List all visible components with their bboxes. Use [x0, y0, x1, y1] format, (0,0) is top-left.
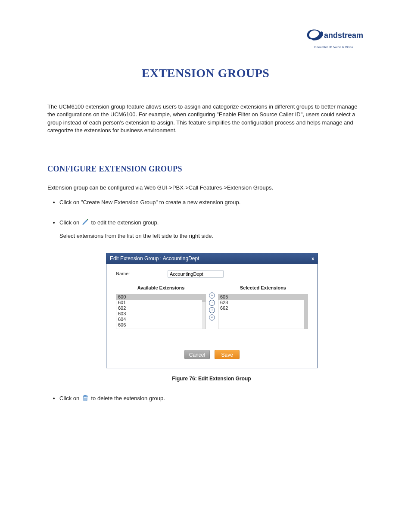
dialog: Edit Extension Group : AccountingDept x …	[106, 253, 318, 368]
move-all-left-icon[interactable]: «	[209, 314, 215, 320]
list-item: Click on "Create New Extension Group" to…	[59, 199, 364, 206]
transfer-arrows: » › ‹ «	[209, 292, 215, 320]
list-item[interactable]: 606	[116, 322, 206, 328]
dialog-header: Edit Extension Group : AccountingDept x	[106, 253, 318, 264]
available-header: Available Extensions	[116, 285, 206, 291]
figure-caption: Figure 76: Edit Extension Group	[106, 375, 317, 383]
close-icon[interactable]: x	[311, 255, 314, 262]
list-item[interactable]: 602	[116, 305, 206, 311]
intro-paragraph: The UCM6100 extension group feature allo…	[47, 103, 364, 134]
list-item[interactable]: 662	[218, 305, 308, 311]
section-heading: CONFIGURE EXTENSION GROUPS	[47, 164, 364, 174]
list-item-text: to delete the extension group.	[91, 395, 165, 401]
svg-point-1	[87, 219, 88, 220]
config-intro: Extension group can be configured via We…	[47, 184, 364, 192]
dialog-body: Name: Available Extensions 600 601	[106, 264, 318, 368]
name-field-row: Name:	[116, 270, 308, 278]
svg-text:andstream: andstream	[324, 31, 363, 40]
list-item-text: Click on	[59, 219, 81, 226]
available-listbox[interactable]: 600 601 602 603 604 606	[116, 294, 206, 329]
scroll-thumb[interactable]	[304, 294, 308, 329]
brand-logo: andstream Innovative IP Voice & Video	[303, 24, 364, 52]
list-item[interactable]: 601	[116, 300, 206, 305]
selected-column: Selected Extensions 605 628 662	[218, 285, 308, 329]
name-input[interactable]	[168, 270, 224, 278]
move-one-right-icon[interactable]: ›	[209, 300, 215, 306]
cancel-button[interactable]: Cancel	[184, 350, 210, 359]
brand-tagline: Innovative IP Voice & Video	[314, 45, 353, 50]
document-page: andstream Innovative IP Voice & Video EX…	[0, 0, 411, 532]
instruction-list-continued: Click on to delete the extension group.	[50, 395, 364, 404]
scrollbar[interactable]	[304, 294, 308, 329]
dialog-title: Edit Extension Group : AccountingDept	[110, 255, 199, 262]
scroll-thumb[interactable]	[202, 294, 206, 302]
list-item[interactable]: 600	[116, 294, 206, 300]
dialog-footer: Cancel Save	[116, 350, 308, 359]
list-item: Click on to edit the extension group. Se…	[59, 219, 364, 383]
edit-icon	[82, 219, 89, 228]
name-label: Name:	[116, 271, 168, 277]
selected-header: Selected Extensions	[218, 285, 308, 291]
list-item-text: Click on "Create New Extension Group" to…	[59, 199, 240, 205]
svg-rect-7	[84, 395, 86, 396]
instruction-list: Click on "Create New Extension Group" to…	[50, 199, 364, 383]
list-item[interactable]: 628	[218, 300, 308, 305]
selected-listbox[interactable]: 605 628 662	[218, 294, 308, 329]
list-item-detail: Select extensions from the list on the l…	[59, 233, 213, 239]
list-item: Click on to delete the extension group.	[59, 395, 364, 404]
move-all-right-icon[interactable]: »	[209, 292, 215, 299]
list-item-text: to edit the extension group.	[91, 219, 159, 226]
list-item[interactable]: 603	[116, 311, 206, 317]
list-item[interactable]: 604	[116, 317, 206, 322]
list-item[interactable]: 605	[218, 294, 308, 300]
figure: Edit Extension Group : AccountingDept x …	[106, 253, 317, 383]
move-one-left-icon[interactable]: ‹	[209, 307, 215, 313]
list-item-text: Click on	[59, 395, 81, 401]
trash-icon	[82, 395, 89, 404]
grandstream-logo-icon: andstream	[303, 24, 364, 44]
available-column: Available Extensions 600 601 602 603 604…	[116, 285, 206, 329]
save-button[interactable]: Save	[215, 350, 240, 359]
page-title: EXTENSION GROUPS	[47, 65, 364, 81]
transfer-columns: Available Extensions 600 601 602 603 604…	[116, 285, 308, 329]
scrollbar[interactable]	[202, 294, 206, 329]
